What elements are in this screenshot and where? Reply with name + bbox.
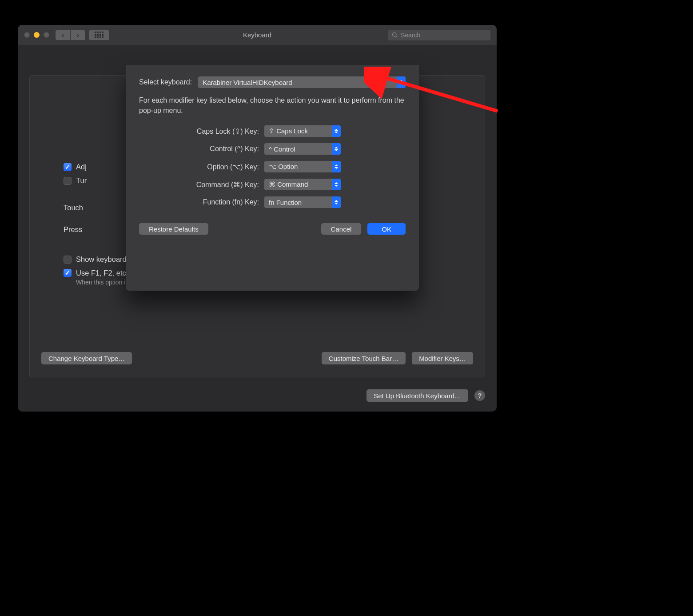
command-popup[interactable]: ⌘ Command [264,179,341,190]
minimize-window-button[interactable] [34,32,40,38]
function-row: Function (fn) Key: fn Function [139,196,406,208]
window-title: Keyboard [243,31,271,39]
help-button[interactable]: ? [474,390,485,401]
customize-touch-bar-button[interactable]: Customize Touch Bar… [322,352,406,364]
change-keyboard-type-button[interactable]: Change Keyboard Type… [41,352,132,364]
content-area: Adj Tur Touch Press [18,45,497,412]
back-button[interactable]: ‹ [56,30,70,40]
forward-button[interactable]: › [71,30,85,40]
touchbar-label: Touch [64,204,83,212]
function-value: fn Function [269,199,302,206]
titlebar: ‹ › Keyboard Search [18,25,497,45]
search-field[interactable]: Search [388,30,490,40]
use-fkeys-checkbox[interactable] [64,269,72,277]
function-popup[interactable]: fn Function [264,196,341,208]
key-rows: Caps Lock (⇪) Key: ⇪ Caps Lock Control (… [139,125,406,208]
show-viewers-checkbox[interactable] [64,256,72,264]
popup-stepper-icon [332,143,341,155]
modifier-keys-sheet: Select keyboard: Karabiner VirtualHIDKey… [126,65,419,291]
ok-button[interactable]: OK [367,223,406,235]
popup-stepper-icon [332,125,341,137]
control-popup[interactable]: ^ Control [264,143,341,155]
popup-stepper-icon [332,196,341,208]
command-row: Command (⌘) Key: ⌘ Command [139,179,406,190]
command-value: ⌘ Command [269,180,308,188]
control-label: Control (^) Key: [139,145,264,153]
zoom-window-button[interactable] [44,32,49,38]
turn-checkbox[interactable] [64,177,72,185]
option-value: ⌥ Option [269,163,298,171]
below-panel-row: Set Up Bluetooth Keyboard… ? [18,389,485,402]
option-popup[interactable]: ⌥ Option [264,161,341,172]
select-keyboard-value: Karabiner VirtualHIDKeyboard [203,79,292,86]
show-all-button[interactable] [89,30,109,40]
control-value: ^ Control [269,145,295,153]
search-icon [392,32,398,38]
restore-defaults-button[interactable]: Restore Defaults [139,223,208,235]
option-label: Option (⌥) Key: [139,163,264,171]
popup-stepper-icon [332,179,341,190]
control-row: Control (^) Key: ^ Control [139,143,406,155]
modifier-keys-button[interactable]: Modifier Keys… [412,352,473,364]
capslock-label: Caps Lock (⇪) Key: [139,127,264,136]
panel-bottom-buttons: Change Keyboard Type… Customize Touch Ba… [41,352,473,364]
capslock-popup[interactable]: ⇪ Caps Lock [264,125,341,137]
select-keyboard-label: Select keyboard: [139,78,192,86]
adjust-checkbox[interactable] [64,163,72,171]
command-label: Command (⌘) Key: [139,180,264,189]
nav-buttons: ‹ › [56,30,85,40]
sheet-instructions: For each modifier key listed below, choo… [139,95,406,116]
popup-stepper-icon [397,76,406,88]
close-window-button[interactable] [24,32,30,38]
capslock-row: Caps Lock (⇪) Key: ⇪ Caps Lock [139,125,406,137]
preferences-window: ‹ › Keyboard Search [18,25,497,412]
chevron-right-icon: › [77,32,79,39]
option-row: Option (⌥) Key: ⌥ Option [139,161,406,172]
select-keyboard-popup[interactable]: Karabiner VirtualHIDKeyboard [198,76,406,88]
popup-stepper-icon [332,161,341,172]
window-controls [24,32,49,38]
grid-icon [95,32,104,38]
adjust-label: Adj [76,163,87,171]
function-label: Function (fn) Key: [139,198,264,206]
turn-label: Tur [76,176,87,185]
setup-bluetooth-button[interactable]: Set Up Bluetooth Keyboard… [366,389,468,402]
search-placeholder: Search [401,32,420,39]
press-label: Press [64,225,82,234]
cancel-button[interactable]: Cancel [321,223,362,235]
chevron-left-icon: ‹ [62,32,64,39]
capslock-value: ⇪ Caps Lock [269,127,308,135]
